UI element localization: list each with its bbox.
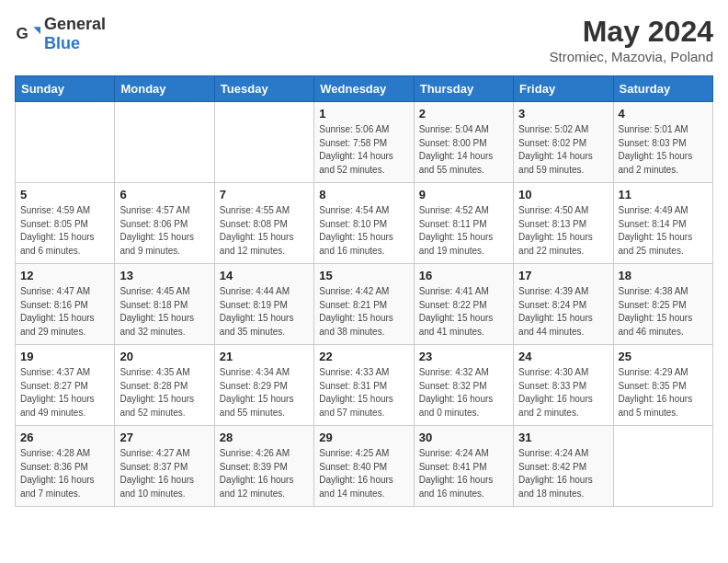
header: G General Blue May 2024 Stromiec, Mazovi… [15,15,713,64]
day-number: 9 [419,188,508,201]
day-number: 10 [518,188,608,201]
day-number: 5 [20,188,109,201]
day-cell: 18Sunrise: 4:38 AM Sunset: 8:25 PM Dayli… [613,264,712,345]
day-number: 4 [619,107,708,121]
day-cell: 6Sunrise: 4:57 AM Sunset: 8:06 PM Daylig… [115,183,214,264]
day-cell: 23Sunrise: 4:32 AM Sunset: 8:32 PM Dayli… [414,345,513,426]
day-info: Sunrise: 4:28 AM Sunset: 8:36 PM Dayligh… [20,447,109,500]
day-cell: 25Sunrise: 4:29 AM Sunset: 8:35 PM Dayli… [613,345,712,426]
day-number: 12 [20,269,109,282]
day-info: Sunrise: 4:50 AM Sunset: 8:13 PM Dayligh… [518,204,608,258]
day-number: 13 [119,269,209,282]
logo-icon: G [15,21,40,47]
logo-text: General Blue [44,15,106,53]
day-number: 24 [518,350,608,363]
day-cell: 8Sunrise: 4:54 AM Sunset: 8:10 PM Daylig… [314,183,414,264]
day-number: 19 [20,350,109,363]
day-cell: 10Sunrise: 4:50 AM Sunset: 8:13 PM Dayli… [514,183,613,264]
day-cell: 3Sunrise: 5:02 AM Sunset: 8:02 PM Daylig… [514,102,613,183]
day-cell: 16Sunrise: 4:41 AM Sunset: 8:22 PM Dayli… [414,264,513,345]
week-row-1: 1Sunrise: 5:06 AM Sunset: 7:58 PM Daylig… [16,102,713,183]
day-number: 26 [20,431,109,444]
day-cell: 5Sunrise: 4:59 AM Sunset: 8:05 PM Daylig… [16,183,115,264]
calendar-table: SundayMondayTuesdayWednesdayThursdayFrid… [15,75,713,507]
day-number: 3 [518,107,608,121]
day-cell: 28Sunrise: 4:26 AM Sunset: 8:39 PM Dayli… [214,426,313,507]
day-number: 25 [619,350,708,363]
header-day-sunday: Sunday [16,76,115,102]
day-info: Sunrise: 4:35 AM Sunset: 8:28 PM Dayligh… [119,366,209,419]
header-day-friday: Friday [514,76,613,102]
day-cell: 13Sunrise: 4:45 AM Sunset: 8:18 PM Dayli… [115,264,214,345]
header-day-tuesday: Tuesday [214,76,313,102]
day-info: Sunrise: 4:55 AM Sunset: 8:08 PM Dayligh… [220,204,309,258]
day-number: 1 [319,107,408,121]
day-info: Sunrise: 4:45 AM Sunset: 8:18 PM Dayligh… [119,285,209,339]
day-cell: 22Sunrise: 4:33 AM Sunset: 8:31 PM Dayli… [314,345,414,426]
day-cell [115,102,214,183]
day-cell: 7Sunrise: 4:55 AM Sunset: 8:08 PM Daylig… [214,183,313,264]
day-info: Sunrise: 4:39 AM Sunset: 8:24 PM Dayligh… [518,285,608,339]
day-number: 2 [419,107,508,121]
day-info: Sunrise: 5:06 AM Sunset: 7:58 PM Dayligh… [319,123,408,177]
day-info: Sunrise: 5:04 AM Sunset: 8:00 PM Dayligh… [419,123,508,177]
day-cell [613,426,712,507]
week-row-5: 26Sunrise: 4:28 AM Sunset: 8:36 PM Dayli… [16,426,713,507]
week-row-3: 12Sunrise: 4:47 AM Sunset: 8:16 PM Dayli… [16,264,713,345]
title-area: May 2024 Stromiec, Mazovia, Poland [550,15,713,64]
day-cell: 14Sunrise: 4:44 AM Sunset: 8:19 PM Dayli… [214,264,313,345]
day-cell: 4Sunrise: 5:01 AM Sunset: 8:03 PM Daylig… [613,102,712,183]
logo-blue: Blue [44,34,80,52]
day-info: Sunrise: 4:30 AM Sunset: 8:33 PM Dayligh… [518,366,608,419]
day-info: Sunrise: 4:52 AM Sunset: 8:11 PM Dayligh… [419,204,508,258]
day-info: Sunrise: 4:59 AM Sunset: 8:05 PM Dayligh… [20,204,109,258]
day-info: Sunrise: 4:44 AM Sunset: 8:19 PM Dayligh… [220,285,309,339]
day-info: Sunrise: 4:57 AM Sunset: 8:06 PM Dayligh… [119,204,209,258]
day-number: 27 [119,431,209,444]
day-info: Sunrise: 4:37 AM Sunset: 8:27 PM Dayligh… [20,366,109,419]
day-number: 28 [220,431,309,444]
week-row-2: 5Sunrise: 4:59 AM Sunset: 8:05 PM Daylig… [16,183,713,264]
header-day-monday: Monday [115,76,214,102]
day-cell: 27Sunrise: 4:27 AM Sunset: 8:37 PM Dayli… [115,426,214,507]
day-cell: 17Sunrise: 4:39 AM Sunset: 8:24 PM Dayli… [514,264,613,345]
day-number: 20 [119,350,209,363]
day-cell: 1Sunrise: 5:06 AM Sunset: 7:58 PM Daylig… [314,102,414,183]
day-cell: 19Sunrise: 4:37 AM Sunset: 8:27 PM Dayli… [16,345,115,426]
day-info: Sunrise: 4:29 AM Sunset: 8:35 PM Dayligh… [619,366,708,419]
day-cell: 20Sunrise: 4:35 AM Sunset: 8:28 PM Dayli… [115,345,214,426]
logo-general: General [44,15,106,33]
day-number: 18 [619,269,708,282]
day-info: Sunrise: 4:26 AM Sunset: 8:39 PM Dayligh… [220,447,309,500]
day-number: 17 [518,269,608,282]
day-number: 7 [220,188,309,201]
day-info: Sunrise: 4:25 AM Sunset: 8:40 PM Dayligh… [319,447,408,500]
header-day-thursday: Thursday [414,76,513,102]
day-info: Sunrise: 4:54 AM Sunset: 8:10 PM Dayligh… [319,204,408,258]
day-cell: 21Sunrise: 4:34 AM Sunset: 8:29 PM Dayli… [214,345,313,426]
day-cell [16,102,115,183]
day-number: 29 [319,431,408,444]
day-info: Sunrise: 4:32 AM Sunset: 8:32 PM Dayligh… [419,366,508,419]
day-cell: 24Sunrise: 4:30 AM Sunset: 8:33 PM Dayli… [514,345,613,426]
day-cell: 30Sunrise: 4:24 AM Sunset: 8:41 PM Dayli… [414,426,513,507]
day-info: Sunrise: 5:01 AM Sunset: 8:03 PM Dayligh… [619,123,708,177]
day-number: 21 [220,350,309,363]
day-cell: 31Sunrise: 4:24 AM Sunset: 8:42 PM Dayli… [514,426,613,507]
day-cell: 12Sunrise: 4:47 AM Sunset: 8:16 PM Dayli… [16,264,115,345]
svg-text:G: G [17,25,28,42]
day-number: 22 [319,350,408,363]
svg-marker-1 [33,27,40,34]
day-number: 23 [419,350,508,363]
logo: G General Blue [15,15,106,53]
day-info: Sunrise: 4:33 AM Sunset: 8:31 PM Dayligh… [319,366,408,419]
day-info: Sunrise: 4:27 AM Sunset: 8:37 PM Dayligh… [119,447,209,500]
day-cell: 15Sunrise: 4:42 AM Sunset: 8:21 PM Dayli… [314,264,414,345]
day-number: 30 [419,431,508,444]
days-header-row: SundayMondayTuesdayWednesdayThursdayFrid… [16,76,713,102]
day-info: Sunrise: 4:24 AM Sunset: 8:41 PM Dayligh… [419,447,508,500]
day-cell: 9Sunrise: 4:52 AM Sunset: 8:11 PM Daylig… [414,183,513,264]
day-cell: 2Sunrise: 5:04 AM Sunset: 8:00 PM Daylig… [414,102,513,183]
day-number: 14 [220,269,309,282]
day-cell: 11Sunrise: 4:49 AM Sunset: 8:14 PM Dayli… [613,183,712,264]
